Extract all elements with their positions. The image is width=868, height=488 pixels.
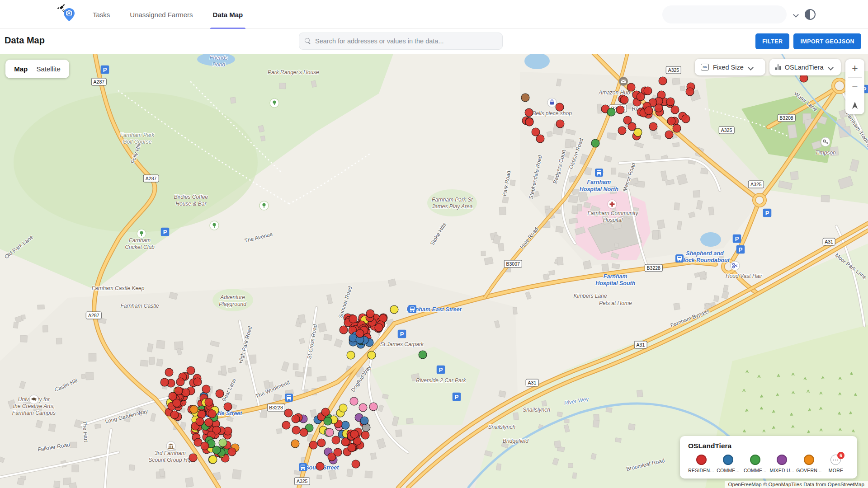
data-point-lightgreen[interactable]: [219, 439, 227, 447]
data-point-pink[interactable]: [369, 403, 377, 411]
data-point-red[interactable]: [196, 418, 204, 426]
data-point-red[interactable]: [658, 77, 667, 85]
data-point-red[interactable]: [228, 447, 236, 456]
data-point-red[interactable]: [374, 324, 383, 332]
data-point-red[interactable]: [682, 115, 690, 123]
data-point-red[interactable]: [655, 103, 663, 112]
data-point-red[interactable]: [618, 126, 627, 135]
data-point-red[interactable]: [223, 402, 232, 411]
import-geojson-button[interactable]: IMPORT GEOJSON: [793, 33, 861, 49]
data-point-red[interactable]: [334, 448, 342, 457]
dark-mode-toggle-icon[interactable]: [805, 9, 816, 20]
data-point-red[interactable]: [204, 418, 213, 427]
data-point-red[interactable]: [202, 385, 210, 394]
data-point-red[interactable]: [649, 122, 658, 131]
data-point-red[interactable]: [317, 439, 326, 447]
compass-button[interactable]: [845, 96, 864, 114]
data-point-red[interactable]: [644, 106, 653, 115]
legend-item-mixed-u[interactable]: MIXED U...: [769, 455, 795, 473]
data-point-red[interactable]: [201, 442, 209, 450]
data-point-yellow[interactable]: [346, 351, 355, 359]
data-point-red[interactable]: [193, 378, 202, 386]
legend-item-comme[interactable]: COMME...: [715, 455, 741, 473]
tab-tasks[interactable]: Tasks: [93, 0, 110, 29]
data-point-blue[interactable]: [341, 421, 350, 429]
data-point-blue[interactable]: [360, 417, 369, 425]
tab-unassigned-farmers[interactable]: Unassigned Farmers: [130, 0, 193, 29]
data-point-red[interactable]: [556, 119, 565, 128]
data-point-red[interactable]: [667, 117, 675, 126]
zoom-in-button[interactable]: +: [845, 59, 864, 77]
tab-data-map[interactable]: Data Map: [213, 0, 243, 29]
data-point-red[interactable]: [291, 415, 300, 423]
data-point-green[interactable]: [591, 139, 600, 147]
data-point-orange[interactable]: [189, 405, 198, 413]
data-point-red[interactable]: [347, 444, 356, 452]
map-mode-satellite[interactable]: Satellite: [36, 65, 60, 73]
map-canvas[interactable]: Friends PondPark Ranger's HouseFolly Hil…: [0, 54, 868, 488]
user-pill[interactable]: [662, 5, 787, 23]
data-point-red[interactable]: [282, 421, 290, 430]
data-point-red[interactable]: [665, 131, 673, 139]
data-point-red[interactable]: [685, 88, 694, 96]
marker-size-dropdown[interactable]: 0a Fixed Size: [695, 59, 765, 75]
data-point-red[interactable]: [186, 366, 195, 375]
data-point-red[interactable]: [623, 116, 632, 124]
data-point-red[interactable]: [175, 387, 183, 395]
data-point-red[interactable]: [189, 453, 197, 462]
data-point-red[interactable]: [355, 329, 364, 338]
data-point-red[interactable]: [176, 377, 185, 386]
data-point-pink[interactable]: [359, 404, 367, 412]
data-point-red[interactable]: [666, 98, 675, 106]
data-point-pink[interactable]: [325, 428, 334, 436]
data-point-green[interactable]: [212, 446, 221, 454]
data-point-yellow[interactable]: [634, 128, 642, 136]
data-point-red[interactable]: [636, 92, 645, 101]
legend-item-more[interactable]: ···6MORE: [823, 455, 849, 473]
data-point-red[interactable]: [555, 103, 564, 111]
data-layer-dropdown[interactable]: OSLandTiera: [769, 59, 841, 75]
data-point-red[interactable]: [352, 460, 360, 469]
data-point-pink[interactable]: [350, 397, 359, 405]
data-point-red[interactable]: [627, 83, 635, 92]
map-mode-map[interactable]: Map: [14, 65, 28, 73]
data-point-red[interactable]: [309, 441, 317, 450]
data-point-red[interactable]: [525, 117, 533, 126]
data-point-red[interactable]: [361, 431, 370, 439]
zoom-out-button[interactable]: −: [845, 78, 864, 96]
data-point-red[interactable]: [339, 325, 348, 334]
data-point-yellow[interactable]: [367, 351, 376, 359]
data-point-green[interactable]: [419, 350, 427, 359]
data-point-red[interactable]: [350, 430, 359, 439]
data-point-red[interactable]: [524, 108, 533, 117]
legend-item-comme[interactable]: COMME...: [742, 455, 768, 473]
data-point-red[interactable]: [316, 462, 325, 470]
data-point-red[interactable]: [284, 408, 292, 417]
app-logo[interactable]: [57, 4, 79, 25]
data-point-brown[interactable]: [521, 94, 529, 102]
search-input[interactable]: [315, 38, 497, 45]
chevron-down-icon[interactable]: [793, 12, 798, 17]
data-point-red[interactable]: [299, 428, 308, 436]
data-point-yellow[interactable]: [208, 455, 217, 464]
data-point-green[interactable]: [324, 417, 332, 426]
data-point-red[interactable]: [216, 389, 224, 398]
data-point-red[interactable]: [673, 124, 681, 132]
filter-button[interactable]: FILTER: [755, 33, 789, 49]
legend-item-govern[interactable]: GOVERN...: [796, 455, 822, 473]
data-point-red[interactable]: [616, 105, 625, 114]
data-point-yellow[interactable]: [390, 305, 398, 314]
data-point-red[interactable]: [643, 87, 652, 95]
data-point-red[interactable]: [349, 315, 357, 324]
data-point-orange[interactable]: [291, 439, 299, 448]
data-point-red[interactable]: [321, 408, 330, 417]
data-point-red[interactable]: [620, 96, 628, 104]
data-point-red[interactable]: [160, 378, 169, 386]
data-point-red[interactable]: [205, 398, 213, 406]
data-point-red[interactable]: [208, 409, 217, 418]
data-point-red[interactable]: [165, 368, 174, 376]
data-point-red[interactable]: [170, 411, 179, 419]
legend-item-residen[interactable]: RESIDEN...: [688, 455, 714, 473]
data-point-green[interactable]: [607, 108, 615, 116]
data-point-red[interactable]: [532, 127, 540, 136]
